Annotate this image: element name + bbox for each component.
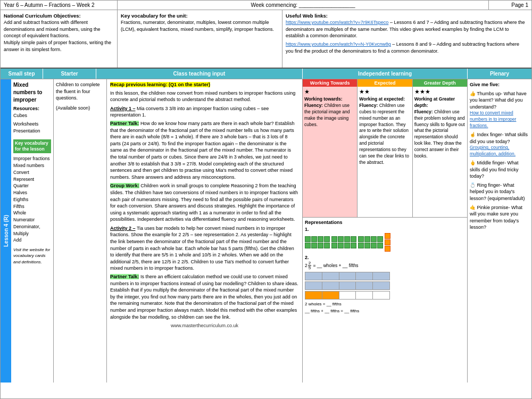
- bar-section-empty: [339, 292, 356, 299]
- link2-url[interactable]: https://www.youtube.com/watch?v=N-Y0Kvcn…: [286, 41, 391, 47]
- partner-talk1-block: Partner Talk: How do we know how many pa…: [110, 120, 299, 180]
- partner-talk2-text: Is there an efficient calculation method…: [110, 274, 298, 320]
- cube-group-2: [331, 236, 356, 248]
- main-row: Lesson 4 (R) Mixed numbers to improper R…: [1, 79, 531, 383]
- thumbs-link[interactable]: How to convert mixed numbers in to impro…: [470, 110, 529, 129]
- index-link[interactable]: Grouping, counting, multiplication, addi…: [470, 145, 529, 157]
- bar-whole-1: [305, 272, 390, 280]
- greater-text: Working at Greater depth: Fluency: Child…: [414, 96, 466, 160]
- group-work-label: Group Work:: [110, 183, 139, 188]
- bar-section: [322, 272, 339, 280]
- cube: [344, 243, 350, 248]
- resource-worksheets: Worksheets: [13, 121, 51, 128]
- header-mid: Week commencing: ___________________: [118, 1, 489, 10]
- link1-url[interactable]: https://www.youtube.com/watch?v=7r9K6Tsp…: [286, 20, 388, 25]
- teaching-column: Recap previous learning: (Q1 on the star…: [107, 79, 303, 383]
- small-step-column: Mixed numbers to improper Resources: Cub…: [11, 79, 54, 383]
- rep2: 2. 225 = __ wholes + __ fifths: [305, 255, 465, 315]
- bar-partial: [305, 291, 390, 300]
- header-independent: Independent learning: [303, 69, 468, 79]
- ring-finger-item: 💍 Ring finger- What helped you in today'…: [470, 182, 529, 202]
- bar-section: [339, 282, 356, 289]
- working-header: Working Towards: [303, 79, 357, 87]
- info-row: National Curriculum Objectives: Add and …: [1, 10, 531, 69]
- resource-presentation: Presentation: [13, 128, 51, 135]
- info-national: National Curriculum Objectives: Add and …: [1, 10, 118, 68]
- key-vocab-box: Key vocabulary for the lesson: [13, 139, 51, 153]
- cube: [351, 243, 356, 248]
- cube: [377, 243, 383, 248]
- cube-extra: [385, 239, 390, 245]
- index-finger-item: ☝ Index finger- What skills did you use …: [470, 131, 529, 157]
- bar-section-empty: [356, 292, 373, 299]
- rep-title: Representations: [305, 220, 465, 225]
- rep1: 1.: [305, 227, 465, 252]
- main-cols: Mixed numbers to improper Resources: Cub…: [11, 79, 531, 383]
- partner-talk1-text: How do we know how many parts are there …: [110, 121, 295, 180]
- bar-whole-2: [305, 281, 390, 290]
- lesson-label: Lesson 4 (R): [1, 79, 11, 383]
- expected-fluency-text: Children use cubes to represent the mixe…: [359, 103, 409, 165]
- greater-stars: ★★★: [414, 88, 466, 95]
- header-right: Page 1: [489, 1, 531, 10]
- rep2-label: 2.: [305, 255, 465, 260]
- page: Year 6 – Autumn – Fractions – Week 2 Wee…: [0, 0, 532, 399]
- indep-expected: Expected ★★ Working at expected: Fluency…: [358, 79, 412, 217]
- cube: [371, 243, 377, 248]
- greater-header: Greater Depth: [413, 79, 467, 87]
- bar-section: [356, 282, 373, 289]
- cube: [331, 236, 337, 242]
- bar-section-empty: [373, 292, 389, 299]
- activity1-block: Activity 1 – Mia converts 3 3/8 into an …: [110, 105, 299, 119]
- eq1: 2 wholes = __ fifths: [305, 301, 465, 308]
- bar-section: [373, 272, 389, 280]
- info-links: Useful Web links: https://www.youtube.co…: [282, 10, 531, 68]
- header-row: Year 6 – Autumn – Fractions – Week 2 Wee…: [1, 1, 531, 10]
- cube: [364, 243, 370, 248]
- cube-group-4: [385, 233, 390, 252]
- links-title: Useful Web links:: [286, 12, 528, 19]
- resources-label: Resources:: [13, 105, 51, 112]
- starter-available: (Available soon): [56, 105, 104, 112]
- cube: [344, 236, 350, 242]
- link2[interactable]: https://www.youtube.com/watch?v=N-Y0Kvcn…: [286, 41, 528, 54]
- cube-extra: [385, 233, 390, 239]
- cube: [305, 243, 311, 248]
- indep-greater: Greater Depth ★★★ Working at Greater dep…: [413, 79, 467, 217]
- rep2-text: 225 = __ wholes + __ fifths: [305, 261, 465, 270]
- expected-text: Working at expected: Fluency: Children u…: [359, 96, 410, 166]
- vocab-title: Key vocabulary for the unit:: [121, 12, 279, 19]
- thumbs-up-item: 👍 Thumbs up- What have you learnt? What …: [470, 90, 529, 129]
- bar-section-partial: [322, 292, 339, 299]
- info-vocab: Key vocabulary for the unit: Fractions, …: [118, 10, 282, 68]
- header-left: Year 6 – Autumn – Fractions – Week 2: [1, 1, 118, 10]
- middle-finger-item: 🖕 Middle finger- What skills did you fin…: [470, 160, 529, 180]
- working-text: Working towards: Fluency: Children use t…: [304, 96, 355, 128]
- working-stars: ★: [304, 88, 355, 95]
- header-plenary: Plenary: [468, 69, 531, 79]
- cube: [311, 243, 317, 248]
- cube: [358, 236, 364, 242]
- cube: [324, 243, 330, 248]
- recap-highlight: Recap previous learning: (Q1 on the star…: [110, 82, 210, 87]
- cube: [311, 236, 317, 242]
- middle-label: 🖕 Middle finger- What skills did you fin…: [470, 160, 529, 180]
- link1[interactable]: https://www.youtube.com/watch?v=7r9K6Tsp…: [286, 19, 528, 39]
- plenary-title: Give me five:: [470, 81, 529, 88]
- partner-talk2-block: Partner Talk: Is there an efficient calc…: [110, 273, 299, 320]
- cube: [338, 243, 344, 248]
- col-headers: Small step Starter Class teaching input …: [1, 69, 531, 79]
- ring-label: 💍 Ring finger- What helped you in today'…: [470, 182, 529, 202]
- resource-cubes: Cubes: [13, 112, 51, 119]
- cube: [364, 236, 370, 242]
- group-work-block: Group Work: Children work in small group…: [110, 182, 299, 223]
- cube: [377, 236, 383, 242]
- header-small-step: Small step: [1, 69, 43, 79]
- eq2: __ fifths + __ fifths = __ fifths: [305, 308, 465, 315]
- recap-label: Recap previous learning: (Q1 on the star…: [110, 81, 299, 88]
- cube-group-3: [358, 236, 383, 248]
- small-step-title: Mixed numbers to improper: [13, 81, 51, 104]
- expected-fluency-label: Fluency:: [359, 103, 378, 108]
- greater-bold-label: Working at Greater depth:: [414, 96, 455, 108]
- indep-working: Working Towards ★ Working towards: Fluen…: [303, 79, 358, 217]
